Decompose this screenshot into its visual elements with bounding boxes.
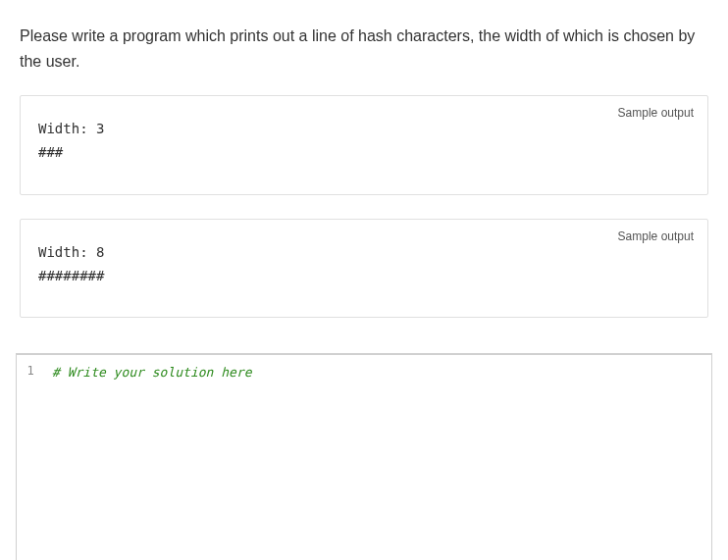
sample-line: ### xyxy=(38,141,690,165)
sample-label: Sample output xyxy=(618,106,694,120)
code-line: 1 # Write your solution here xyxy=(17,355,711,383)
line-number: 1 xyxy=(17,361,52,383)
sample-output-1: Sample output Width: 3 ### xyxy=(20,95,708,195)
sample-line: Width: 8 xyxy=(38,241,690,265)
sample-label: Sample output xyxy=(618,229,694,243)
code-comment: # Write your solution here xyxy=(52,361,252,383)
sample-content: Width: 3 ### xyxy=(38,118,690,165)
code-editor[interactable]: 1 # Write your solution here xyxy=(16,353,712,560)
problem-statement: Please write a program which prints out … xyxy=(20,24,708,74)
sample-line: Width: 3 xyxy=(38,118,690,141)
sample-content: Width: 8 ######## xyxy=(38,241,690,288)
sample-line: ######## xyxy=(38,265,690,288)
sample-output-2: Sample output Width: 8 ######## xyxy=(20,219,708,319)
